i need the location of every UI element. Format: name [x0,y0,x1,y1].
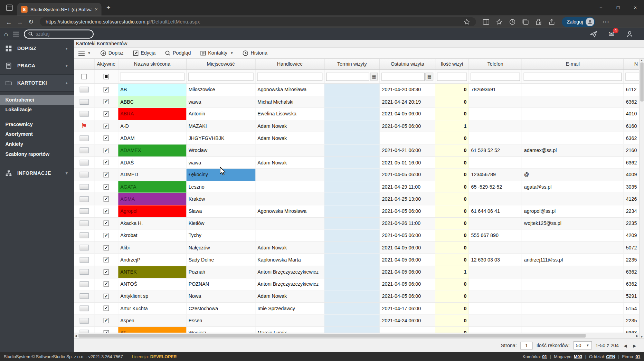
email-cell[interactable] [522,278,624,290]
sidebar-item-3[interactable]: Asortyment [0,129,74,139]
rep-cell[interactable]: Adam Nowak [255,157,324,169]
row-selector-cell[interactable] [74,254,94,266]
filter-input-4[interactable] [326,73,369,81]
termin-cell[interactable] [324,96,380,108]
toolbar-button-history[interactable]: Historia [238,48,272,58]
row-selector-cell[interactable] [74,205,94,217]
aktywne-cell[interactable] [94,96,118,108]
aktywne-checkbox[interactable] [104,209,109,214]
select-all-checkbox[interactable] [81,74,86,79]
aktywne-checkbox[interactable] [104,111,109,116]
row-selector-cell[interactable]: ⚑ [74,120,94,132]
table-row[interactable]: AndrzejPSady DolneKapłonowska Marta2021-… [74,254,639,266]
last-visit-cell[interactable] [380,327,435,333]
aktywne-checkbox[interactable] [104,160,109,165]
filter-input-1[interactable] [120,73,184,81]
table-row[interactable]: ADAMJHGYFGVHBJKAdam Nowak06362 [74,132,639,144]
aktywne-checkbox[interactable] [104,282,109,287]
last-visit-cell[interactable]: 2021-04-24 06:00 [380,315,435,326]
filter-input-7[interactable] [471,73,520,81]
visits-cell[interactable]: 0 [435,254,469,266]
row-select-box[interactable] [79,184,88,190]
sidebar-item-4[interactable]: Ankiety [0,139,74,149]
visits-cell[interactable]: 0 [435,96,469,108]
phone-cell[interactable] [469,291,522,302]
row-selector-cell[interactable] [74,315,94,326]
sidebar-section-dopisz[interactable]: DOPISZ ▼ [0,40,74,57]
termin-cell[interactable] [324,84,380,96]
refresh-icon[interactable]: ↻ [26,18,37,25]
last-visit-cell[interactable]: 2021-04-05 06:00 [380,278,435,290]
termin-cell[interactable] [324,327,380,333]
rep-cell[interactable]: Imie Sprzedawcy [255,303,324,314]
row-select-box[interactable] [79,172,88,178]
nip-cell[interactable]: 5291 [624,291,639,302]
table-row[interactable]: ABMiłoszowiceAgonowska Mirosława2021-04-… [74,84,639,96]
aktywne-checkbox[interactable] [104,87,109,92]
filter-input-5[interactable] [381,73,425,81]
email-cell[interactable] [522,193,624,205]
login-button[interactable]: Zaloguj [562,17,595,27]
termin-cell[interactable] [324,242,380,254]
email-cell[interactable] [522,303,624,314]
email-cell[interactable] [522,327,624,333]
favorites-icon[interactable] [496,18,503,25]
row-selector-cell[interactable] [74,327,94,333]
row-select-box[interactable] [79,245,88,251]
row-select-box[interactable] [79,257,88,263]
sidebar-item-1[interactable]: Lokalizacje [0,105,74,115]
nip-cell[interactable]: 4209 [624,230,639,241]
city-cell[interactable]: Kraków [187,193,256,205]
last-visit-cell[interactable]: 2021-04-05 06:00 [380,169,435,181]
city-cell[interactable]: Essen [187,315,256,326]
vertical-scroll-thumb[interactable] [640,63,644,102]
table-row[interactable]: ADAŚwawaAdam Nowak2021-05-01 16:0006362 [74,157,639,169]
aktywne-checkbox[interactable] [104,148,109,153]
phone-cell[interactable]: 555 667 890 [469,230,522,241]
row-selector-cell[interactable] [74,278,94,290]
aktywne-checkbox[interactable] [104,221,109,226]
last-visit-cell[interactable]: 2021-04-17 06:00 [380,303,435,314]
phone-cell[interactable] [469,108,522,120]
row-selector-cell[interactable] [74,132,94,144]
city-cell[interactable]: Wrocław [187,144,256,156]
row-selector-cell[interactable] [74,217,94,229]
horizontal-scroll-thumb[interactable] [79,334,586,338]
nip-cell[interactable]: 6112 [624,84,639,96]
aktywne-cell[interactable] [94,120,118,132]
toolbar-button-search[interactable]: Podgląd [160,48,195,58]
nip-cell[interactable]: 6362 [624,157,639,169]
aktywne-checkbox[interactable] [104,172,109,177]
visits-cell[interactable]: 0 [435,230,469,241]
email-cell[interactable]: andrzej111@ss.pl [522,254,624,266]
phone-cell[interactable] [469,303,522,314]
city-cell[interactable]: POZNAN [187,278,256,290]
name-cell[interactable]: AndrzejP [118,254,186,266]
table-row[interactable]: ABBCwawaMichał Michalski2021-04-24 20:19… [74,96,639,108]
visits-cell[interactable]: 0 [435,193,469,205]
filter-input-8[interactable] [524,73,622,81]
row-selector-cell[interactable] [74,169,94,181]
nip-cell[interactable]: 4126 [624,193,639,205]
table-row[interactable]: ⚑A-DMAZAKIAdam Nowak2021-04-05 06:001616… [74,120,639,132]
last-visit-cell[interactable]: 2021-04-05 06:00 [380,266,435,278]
termin-cell[interactable] [324,205,380,217]
phone-cell[interactable]: 782693691 [469,84,522,96]
nip-cell[interactable]: 5072 [624,242,639,254]
row-selector-cell[interactable] [74,181,94,193]
name-cell[interactable]: AT [118,327,186,333]
rep-cell[interactable] [255,315,324,326]
aktywne-checkbox[interactable] [104,99,109,104]
visits-cell[interactable]: 0 [435,303,469,314]
termin-cell[interactable] [324,144,380,156]
workspace-icon[interactable] [6,4,13,11]
last-visit-cell[interactable]: 2021-04-24 20:19 [380,96,435,108]
row-select-box[interactable] [79,232,88,238]
favorite-add-icon[interactable] [463,18,470,25]
nip-cell[interactable]: 2234 [624,205,639,217]
email-cell[interactable] [522,108,624,120]
row-select-box[interactable] [79,269,88,275]
aktywne-checkbox[interactable] [104,257,109,262]
email-cell[interactable] [522,266,624,278]
row-select-box[interactable] [79,160,88,165]
